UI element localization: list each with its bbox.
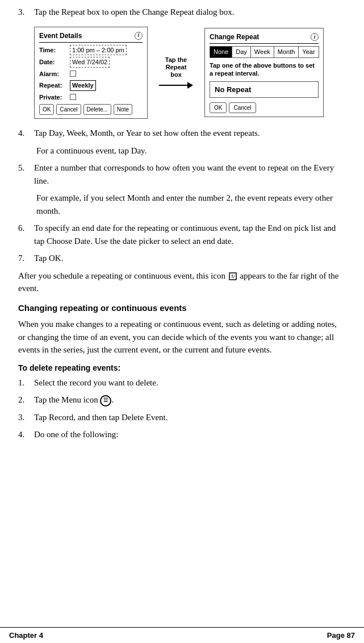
alarm-checkbox — [70, 70, 76, 77]
section-para: When you make changes to a repeating or … — [18, 318, 346, 356]
diagram-row: Event Details i Time: 1:00 pm – 2:00 pm … — [34, 27, 346, 119]
no-repeat-label: No Repeat — [210, 81, 319, 98]
after-steps-para: After you schedule a repeating or contin… — [18, 269, 346, 295]
delete-step-2-num: 2. — [18, 393, 34, 406]
step-7-text: Tap OK. — [34, 252, 346, 265]
delete-step-4-num: 4. — [18, 428, 34, 441]
step-6-num: 6. — [18, 222, 34, 247]
change-repeat-box: Change Repeat i None Day Week Month Year… — [204, 28, 324, 117]
delete-step-1-num: 1. — [18, 376, 34, 389]
arrow — [159, 81, 193, 89]
private-checkbox — [70, 94, 76, 100]
tab-year[interactable]: Year — [299, 47, 318, 57]
event-details-box: Event Details i Time: 1:00 pm – 2:00 pm … — [34, 27, 148, 119]
tab-none[interactable]: None — [210, 47, 232, 57]
svg-text:↻: ↻ — [231, 274, 235, 279]
step-7-num: 7. — [18, 252, 34, 265]
step-6: 6. To specify an end date for the repeat… — [18, 222, 346, 247]
step-5-num: 5. — [18, 161, 34, 187]
delete-heading: To delete repeating events: — [18, 362, 346, 374]
delete-step-4-text: Do one of the following: — [34, 428, 346, 441]
delete-step-3: 3. Tap Record, and then tap Delete Event… — [18, 411, 346, 424]
after-steps-text1: After you schedule a repeating or contin… — [18, 271, 225, 280]
section-heading: Changing repeating or continuous events — [18, 302, 346, 315]
repeat-field-row: Repeat: Weekly — [39, 80, 143, 91]
date-label: Date: — [39, 57, 70, 67]
arrow-section: Tap the Repeat box — [153, 56, 199, 89]
delete-step-1: 1. Select the record you want to delete. — [18, 376, 346, 389]
step-6-text: To specify an end date for the repeating… — [34, 222, 346, 247]
note-btn[interactable]: Note — [114, 104, 132, 115]
change-repeat-btn-row: OK Cancel — [210, 102, 319, 113]
ok-btn[interactable]: OK — [39, 104, 54, 115]
time-field-row: Time: 1:00 pm – 2:00 pm — [39, 45, 143, 56]
delete-step-2-text: Tap the Menu icon ☲. — [34, 393, 346, 406]
tap-label: Tap the Repeat box — [165, 56, 187, 79]
step-3: 3. Tap the Repeat box to open the Change… — [18, 6, 346, 19]
event-details-title: Event Details — [39, 31, 82, 41]
step-5-sub: For example, if you select Month and ent… — [36, 192, 346, 217]
step-4: 4. Tap Day, Week, Month, or Year to set … — [18, 127, 346, 140]
tab-month[interactable]: Month — [274, 47, 299, 57]
event-details-btn-row: OK Cancel Delete... Note — [39, 104, 143, 115]
time-value: 1:00 pm – 2:00 pm — [70, 45, 127, 56]
alarm-field-row: Alarm: — [39, 69, 143, 79]
footer-chapter: Chapter 4 — [9, 630, 43, 641]
change-repeat-title-bar: Change Repeat i — [210, 32, 319, 44]
step-3-text: Tap the Repeat box to open the Change Re… — [34, 6, 346, 19]
step-5-text: Enter a number that corresponds to how o… — [34, 161, 346, 187]
delete-step-3-text: Tap Record, and then tap Delete Event. — [34, 411, 346, 424]
repeat-value[interactable]: Weekly — [70, 80, 96, 91]
page-footer: Chapter 4 Page 87 — [0, 627, 364, 643]
time-label: Time: — [39, 45, 70, 55]
cr-cancel-btn[interactable]: Cancel — [229, 102, 256, 113]
delete-step-4: 4. Do one of the following: — [18, 428, 346, 441]
delete-step-1-text: Select the record you want to delete. — [34, 376, 346, 389]
event-details-title-bar: Event Details i — [39, 31, 143, 43]
cr-ok-btn[interactable]: OK — [210, 102, 227, 113]
step-7: 7. Tap OK. — [18, 252, 346, 265]
menu-icon: ☲ — [100, 395, 111, 406]
alarm-label: Alarm: — [39, 69, 70, 79]
delete-btn[interactable]: Delete... — [83, 104, 111, 115]
step-4-sub: For a continuous event, tap Day. — [36, 144, 346, 157]
change-repeat-tabs: None Day Week Month Year — [210, 46, 319, 58]
step-4-num: 4. — [18, 127, 34, 140]
date-field-row: Date: Wed 7/24/02 — [39, 57, 143, 68]
step-3-num: 3. — [18, 6, 34, 19]
change-repeat-info-icon: i — [311, 33, 319, 41]
repeat-label: Repeat: — [39, 81, 70, 90]
private-field-row: Private: — [39, 93, 143, 102]
event-details-info-icon: i — [135, 32, 143, 40]
delete-step-2: 2. Tap the Menu icon ☲. — [18, 393, 346, 406]
change-repeat-title: Change Repeat — [210, 32, 259, 42]
cancel-btn[interactable]: Cancel — [56, 104, 81, 115]
footer-page: Page 87 — [327, 630, 355, 641]
delete-step-3-num: 3. — [18, 411, 34, 424]
step-5: 5. Enter a number that corresponds to ho… — [18, 161, 346, 187]
date-value: Wed 7/24/02 — [70, 57, 110, 68]
tab-day[interactable]: Day — [232, 47, 251, 57]
step-4-text: Tap Day, Week, Month, or Year to set how… — [34, 127, 346, 140]
change-repeat-instruction: Tap one of the above buttons to set a re… — [210, 61, 319, 78]
tab-week[interactable]: Week — [251, 47, 274, 57]
private-label: Private: — [39, 93, 70, 102]
repeat-icon: ↻ — [229, 272, 237, 280]
